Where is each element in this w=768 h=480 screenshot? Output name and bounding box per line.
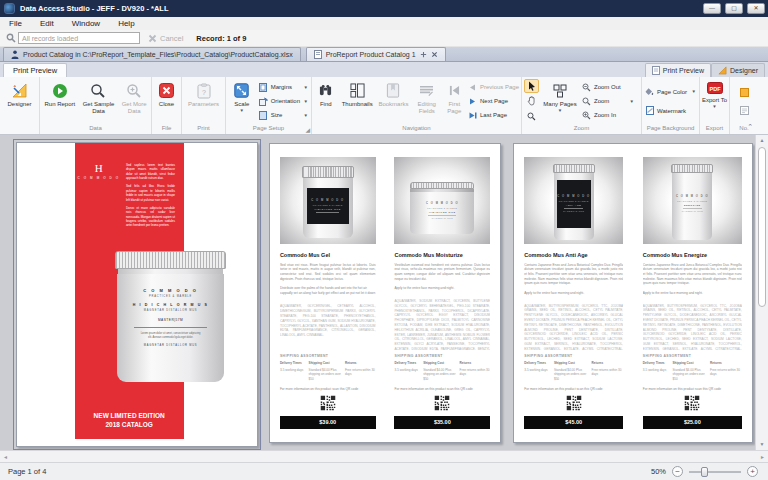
orientation-button[interactable]: Orientation ▼ xyxy=(257,95,310,108)
ribbon-tab-row: Print Preview Print Preview Designer xyxy=(0,62,768,77)
export-to-button[interactable]: PDF Export To ▼ xyxy=(701,78,728,124)
menu-edit[interactable]: Edit xyxy=(31,19,63,28)
find-button[interactable]: Find xyxy=(313,78,339,124)
horizontal-scrollbar[interactable]: ◄ ► xyxy=(0,450,768,462)
product-description: Contains Japanese Enzo and Junca Botanic… xyxy=(524,263,623,286)
product-image-gel: C O M M O D O PRACTICES & MARBLE HIDICHL… xyxy=(280,157,376,244)
watermark-button[interactable]: Watermark xyxy=(643,104,698,117)
menu-file[interactable]: File xyxy=(0,19,31,28)
note-list-icon xyxy=(740,106,749,115)
close-report-button[interactable]: Close xyxy=(153,78,180,124)
page-setup-dialog-launcher[interactable]: ◢ xyxy=(305,126,310,133)
cancel-button[interactable]: Cancel xyxy=(160,34,183,43)
zoom-tool-button[interactable] xyxy=(524,109,539,123)
preview-page-2[interactable]: C O M M O D O PRACTICES & MARBLE HIDICHL… xyxy=(269,143,501,443)
zoom-in-control[interactable]: + xyxy=(747,466,758,477)
margins-button[interactable]: Margins ▼ xyxy=(257,81,310,94)
view-tab-designer[interactable]: Designer xyxy=(711,63,765,77)
scroll-right-arrow[interactable]: ► xyxy=(760,454,765,460)
group-label-zoom: Zoom xyxy=(522,124,641,134)
menu-window[interactable]: Window xyxy=(63,19,109,28)
many-pages-button[interactable]: Many Pages ▼ xyxy=(540,78,580,124)
scroll-up-arrow[interactable]: ▲ xyxy=(756,135,768,146)
zoom-out-button[interactable]: Zoom Out xyxy=(580,81,636,94)
view-tab-print-preview[interactable]: Print Preview xyxy=(645,63,711,77)
minimize-button[interactable]: — xyxy=(703,3,721,14)
note-list-button[interactable] xyxy=(738,104,751,117)
get-more-data-button[interactable]: Get More Data xyxy=(118,78,150,124)
product-price: $25.00 xyxy=(643,416,742,429)
vertical-scrollbar[interactable]: ▲ ▼ xyxy=(755,135,768,450)
qr-note: For more information on this product sca… xyxy=(524,387,623,391)
hand-tool-button[interactable] xyxy=(524,94,539,108)
last-page-icon xyxy=(468,111,477,120)
maximize-button[interactable]: ▢ xyxy=(725,3,743,14)
vertical-scroll-thumb[interactable] xyxy=(758,147,766,307)
margins-icon xyxy=(259,83,268,92)
parameters-icon: ? xyxy=(195,82,212,99)
page-color-icon xyxy=(645,87,654,96)
designer-button[interactable]: Designer xyxy=(1,78,38,124)
person-icon xyxy=(11,50,19,59)
preview-page-1[interactable]: H C O M M O D O Sed sapless lorem text b… xyxy=(16,142,258,447)
thumbnails-button[interactable]: Thumbnails xyxy=(339,78,376,124)
size-button[interactable]: Size ▼ xyxy=(257,109,310,122)
get-sample-data-button[interactable]: Get Sample Data xyxy=(79,78,119,124)
product-price: $45.00 xyxy=(524,416,623,429)
close-button[interactable]: ✕ xyxy=(747,3,765,14)
zoom-out-icon xyxy=(582,83,591,92)
get-sample-data-icon xyxy=(90,82,107,99)
zoom-slider-track[interactable] xyxy=(689,471,741,473)
scale-dropdown-arrow: ▼ xyxy=(240,108,244,113)
tab-proreport-catalog[interactable]: ProReport Product Catalog 1 xyxy=(306,47,446,61)
zoom-in-button[interactable]: Zoom In xyxy=(580,109,636,122)
pin-icon[interactable] xyxy=(420,51,427,58)
cancel-icon xyxy=(148,34,157,43)
qr-code xyxy=(566,395,582,411)
record-count-label: Record: 1 of 9 xyxy=(196,34,246,43)
preview-page-3[interactable]: C O M M O D O PRACTICES & MARBLE ANTI AG… xyxy=(513,143,753,443)
bookmarks-icon xyxy=(385,82,402,99)
next-page-button[interactable]: Next Page xyxy=(466,95,520,108)
pointer-tool-button[interactable] xyxy=(524,79,539,93)
product-description: Vestibulum euismod erat hendrerit est vi… xyxy=(394,263,490,282)
previous-page-icon xyxy=(468,83,477,92)
group-label-navigation: Navigation xyxy=(312,124,521,134)
last-page-button[interactable]: Last Page xyxy=(466,109,520,122)
zoom-slider-thumb[interactable] xyxy=(701,467,708,477)
title-bar: Data Access Studio - JEFF - DV920 - *ALL… xyxy=(0,0,768,17)
zoom-button[interactable]: Zoom ▼ xyxy=(580,95,636,108)
note-color-button[interactable] xyxy=(738,86,751,99)
zoom-out-control[interactable]: − xyxy=(672,466,683,477)
note-icon xyxy=(740,88,749,97)
preview-area: H C O M M O D O Sed sapless lorem text b… xyxy=(0,135,768,450)
scroll-left-arrow[interactable]: ◄ xyxy=(3,454,8,460)
ribbon-tab-print-preview[interactable]: Print Preview xyxy=(3,63,67,77)
run-report-button[interactable]: Run Report xyxy=(41,78,79,124)
records-input[interactable]: All records loaded xyxy=(18,32,140,44)
close-tab-icon[interactable] xyxy=(431,51,438,58)
pointer-icon xyxy=(528,81,536,91)
collapse-ribbon-chevron[interactable]: ⌃ xyxy=(747,123,753,131)
previous-page-button[interactable]: Previous Page xyxy=(466,81,520,94)
editing-fields-button[interactable]: Editing Fields xyxy=(411,78,442,124)
page-color-button[interactable]: Page Color ▼ xyxy=(643,85,698,98)
close-report-icon xyxy=(158,82,175,99)
first-page-button[interactable]: First Page xyxy=(442,78,466,124)
product-card-anti-age: C O M M O D O PRACTICES & MARBLE ANTI AG… xyxy=(524,157,623,429)
qr-code xyxy=(320,395,336,411)
product-image-energize: C O M M O D O PRACTICES & MARBLE ENERGIZ… xyxy=(643,157,742,244)
bookmarks-button[interactable]: Bookmarks xyxy=(376,78,411,124)
find-icon xyxy=(317,82,334,99)
tab-product-catalog-file[interactable]: Product Catalog in C:\ProReport_Template… xyxy=(3,47,301,61)
product-apply-note: Distribute over the palms of the hands a… xyxy=(280,286,376,296)
cover-logo: H C O M M O D O xyxy=(75,162,123,180)
menu-help[interactable]: Help xyxy=(109,19,143,28)
ribbon: Designer Run Report Get Sample Data xyxy=(0,77,768,135)
cover-intro-text: Sed sapless lorem text barrios dispon ma… xyxy=(126,163,175,231)
group-label-page-setup: Page Setup xyxy=(226,124,311,134)
parameters-button[interactable]: ? Parameters xyxy=(183,78,224,124)
scroll-down-arrow[interactable]: ▼ xyxy=(756,439,768,450)
designer-small-icon xyxy=(718,66,727,75)
scale-button[interactable]: Scale ▼ xyxy=(227,78,257,124)
